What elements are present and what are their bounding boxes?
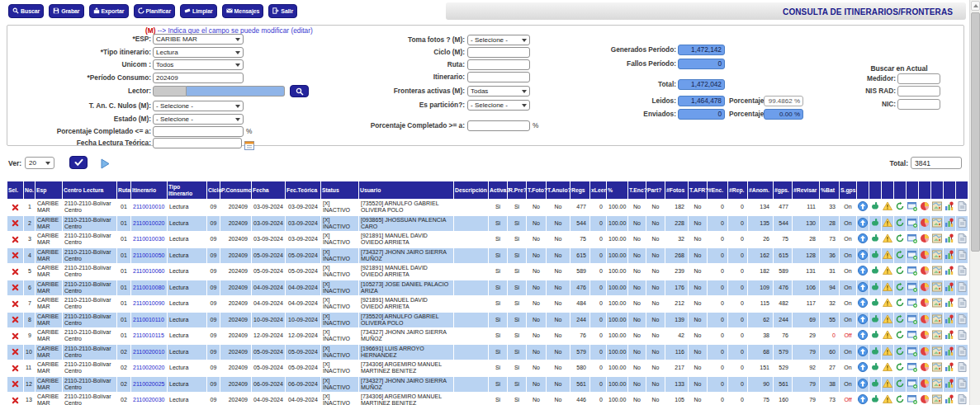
row-action-hand-icon[interactable]	[869, 312, 882, 328]
chart-pin-icon[interactable]	[944, 282, 954, 294]
row-action-warning-icon[interactable]	[882, 247, 894, 264]
pie-chart-icon[interactable]	[920, 218, 930, 229]
column-header[interactable]: Fecha	[252, 181, 286, 200]
row-action-hand-icon[interactable]	[869, 215, 882, 232]
row-action-screen-add-icon[interactable]	[907, 200, 919, 216]
row-action-refresh-icon[interactable]	[894, 376, 907, 393]
column-header[interactable]: T.Foto?	[527, 181, 547, 200]
screen-add-icon[interactable]	[907, 250, 917, 261]
document-icon[interactable]	[958, 218, 967, 229]
column-header[interactable]: xLeer	[590, 181, 607, 200]
row-action-arrow-up-icon[interactable]	[857, 344, 869, 360]
delete-x-icon[interactable]	[12, 300, 19, 308]
warning-icon[interactable]	[883, 314, 892, 326]
row-action-pie-chart-icon[interactable]	[919, 264, 931, 280]
map-icon[interactable]	[932, 218, 942, 229]
delete-row-button[interactable]	[7, 328, 24, 345]
screen-add-icon[interactable]	[907, 330, 917, 341]
toolbar-button-salir[interactable]: Salir	[268, 4, 297, 18]
nis-rad-input[interactable]	[897, 86, 940, 97]
row-action-warning-icon[interactable]	[882, 215, 894, 232]
toolbar-button-grabar[interactable]: Grabar	[49, 4, 83, 18]
delete-x-icon[interactable]	[12, 397, 19, 404]
row-action-hand-icon[interactable]	[869, 393, 882, 405]
delete-row-button[interactable]	[7, 280, 24, 296]
pie-chart-icon[interactable]	[920, 233, 930, 245]
row-action-warning-icon[interactable]	[882, 200, 894, 216]
screen-add-icon[interactable]	[907, 346, 917, 358]
arrow-up-icon[interactable]	[858, 379, 868, 390]
delete-row-button[interactable]	[7, 215, 24, 232]
itinerario-link[interactable]: 2110010060	[131, 264, 168, 280]
chart-pin-icon[interactable]	[944, 233, 954, 245]
refresh-icon[interactable]	[895, 394, 905, 405]
itinerario-link[interactable]: 2110010110	[131, 312, 168, 328]
document-icon[interactable]	[958, 330, 967, 341]
delete-row-button[interactable]	[7, 247, 24, 264]
row-action-pie-chart-icon[interactable]	[919, 247, 931, 264]
screen-add-icon[interactable]	[907, 394, 917, 405]
row-action-screen-add-icon[interactable]	[907, 215, 919, 232]
document-icon[interactable]	[958, 394, 967, 405]
arrow-up-icon[interactable]	[858, 346, 868, 358]
row-action-arrow-up-icon[interactable]	[857, 232, 869, 248]
arrow-up-icon[interactable]	[858, 250, 868, 261]
refresh-icon[interactable]	[895, 346, 905, 358]
delete-x-icon[interactable]	[12, 316, 19, 323]
toolbar-button-buscar[interactable]: Buscar	[8, 4, 44, 18]
row-action-arrow-up-icon[interactable]	[857, 393, 869, 405]
pie-chart-icon[interactable]	[920, 314, 930, 326]
row-action-map-icon[interactable]	[931, 200, 944, 216]
medidor-input[interactable]	[897, 73, 940, 84]
chart-pin-icon[interactable]	[944, 379, 954, 390]
refresh-icon[interactable]	[895, 250, 905, 261]
map-icon[interactable]	[932, 298, 942, 309]
refresh-icon[interactable]	[895, 201, 905, 213]
row-action-screen-add-icon[interactable]	[907, 264, 919, 280]
row-action-chart-pin-icon[interactable]	[944, 200, 956, 216]
row-action-document-icon[interactable]	[956, 247, 968, 264]
hand-icon[interactable]	[870, 282, 880, 294]
delete-x-icon[interactable]	[12, 252, 19, 259]
itinerario-link[interactable]: 2110020020	[131, 360, 168, 377]
column-header[interactable]: No.	[24, 181, 36, 200]
document-icon[interactable]	[958, 362, 967, 374]
document-icon[interactable]	[958, 314, 967, 326]
screen-add-icon[interactable]	[907, 379, 917, 390]
row-action-document-icon[interactable]	[956, 393, 968, 405]
row-action-map-icon[interactable]	[931, 280, 944, 296]
arrow-up-icon[interactable]	[858, 218, 868, 229]
hand-icon[interactable]	[870, 379, 880, 390]
row-action-hand-icon[interactable]	[869, 328, 882, 345]
itinerario-link[interactable]: 2110020030	[131, 393, 168, 405]
row-action-pie-chart-icon[interactable]	[919, 312, 931, 328]
row-action-hand-icon[interactable]	[869, 376, 882, 393]
column-header[interactable]: T.Anulo?	[547, 181, 570, 200]
column-header[interactable]: #Rep.	[728, 181, 748, 200]
refresh-icon[interactable]	[895, 298, 905, 309]
map-icon[interactable]	[932, 394, 942, 405]
document-icon[interactable]	[958, 266, 967, 277]
row-action-arrow-up-icon[interactable]	[857, 215, 869, 232]
row-action-document-icon[interactable]	[956, 200, 968, 216]
column-header[interactable]: P.Consumo	[220, 181, 252, 200]
warning-icon[interactable]	[883, 250, 892, 261]
refresh-icon[interactable]	[895, 379, 905, 390]
column-header[interactable]: Fec.Teórica	[286, 181, 321, 200]
pct-completado-gte-input[interactable]	[467, 120, 530, 131]
screen-add-icon[interactable]	[907, 266, 917, 277]
hand-icon[interactable]	[870, 201, 880, 213]
column-header[interactable]: S.gps	[840, 181, 857, 200]
column-header[interactable]: Regs	[570, 181, 590, 200]
column-header[interactable]: Descripción	[454, 181, 489, 200]
row-action-hand-icon[interactable]	[869, 232, 882, 248]
warning-icon[interactable]	[883, 298, 892, 309]
row-action-screen-add-icon[interactable]	[907, 328, 919, 345]
map-icon[interactable]	[932, 282, 942, 294]
row-action-pie-chart-icon[interactable]	[919, 344, 931, 360]
column-header[interactable]: #gps.	[774, 181, 793, 200]
map-icon[interactable]	[932, 250, 942, 261]
hand-icon[interactable]	[870, 266, 880, 277]
warning-icon[interactable]	[883, 282, 892, 294]
row-action-warning-icon[interactable]	[882, 328, 894, 345]
